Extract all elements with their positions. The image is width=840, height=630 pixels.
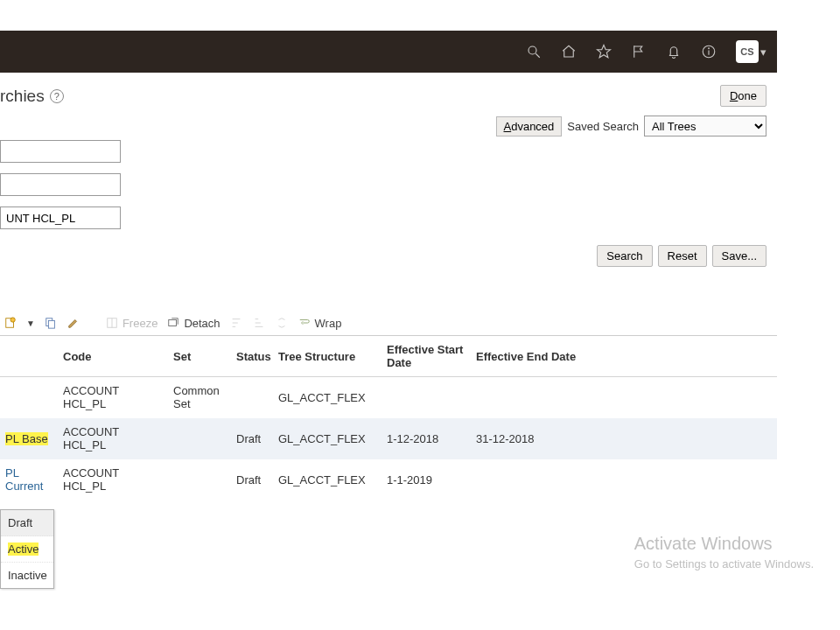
cell: ACCOUNT HCL_PL bbox=[58, 459, 168, 500]
saved-search-select[interactable]: All Trees bbox=[644, 116, 766, 136]
svg-rect-9 bbox=[48, 320, 54, 328]
results-panel: ▼ Freeze Detach Wrap Code Set Status Tre… bbox=[0, 311, 777, 500]
cell bbox=[471, 459, 777, 500]
duplicate-icon[interactable] bbox=[44, 316, 58, 330]
cell: Common Set bbox=[168, 377, 231, 418]
sort-asc-icon bbox=[229, 316, 243, 330]
filter-input-1[interactable] bbox=[0, 140, 121, 163]
new-menu-caret[interactable]: ▼ bbox=[26, 318, 35, 328]
cell: GL_ACCT_FLEX bbox=[273, 377, 382, 418]
cell bbox=[168, 418, 231, 459]
reorder-icon bbox=[275, 316, 289, 330]
cell: 1-1-2019 bbox=[382, 459, 471, 500]
search-action-row: Search Reset Save... bbox=[0, 240, 777, 270]
filter-fields bbox=[0, 140, 122, 229]
search-options-row: Advanced Saved Search All Trees bbox=[0, 112, 777, 140]
detach-action[interactable]: Detach bbox=[166, 316, 220, 330]
table-header-row: Code Set Status Tree Structure Effective… bbox=[0, 336, 777, 377]
cell: PL Current bbox=[0, 459, 58, 500]
cell bbox=[471, 377, 777, 418]
page-header: rchies ? Done bbox=[0, 73, 777, 112]
status-menu-item[interactable]: Draft bbox=[1, 510, 53, 536]
cell: ACCOUNT HCL_PL bbox=[58, 418, 168, 459]
status-menu-item[interactable]: Active bbox=[1, 536, 53, 563]
search-button[interactable]: Search bbox=[597, 245, 652, 267]
svg-point-7 bbox=[10, 318, 15, 322]
cell: GL_ACCT_FLEX bbox=[273, 459, 382, 500]
status-menu-item[interactable]: Inactive bbox=[1, 563, 53, 588]
help-icon[interactable]: ? bbox=[50, 89, 64, 103]
filter-input-3[interactable] bbox=[0, 206, 121, 229]
avatar: CS bbox=[736, 40, 759, 63]
info-icon[interactable] bbox=[701, 44, 717, 60]
col-start[interactable]: Effective Start Date bbox=[382, 336, 471, 377]
cell bbox=[382, 377, 471, 418]
col-structure[interactable]: Tree Structure bbox=[273, 336, 382, 377]
cell: Draft bbox=[231, 459, 273, 500]
search-icon[interactable] bbox=[526, 44, 542, 60]
cell: ACCOUNT HCL_PL bbox=[58, 377, 168, 418]
page-title: rchies bbox=[0, 87, 45, 106]
star-icon[interactable] bbox=[596, 44, 612, 60]
status-context-menu[interactable]: DraftActiveInactive bbox=[0, 509, 54, 589]
svg-rect-12 bbox=[169, 320, 177, 326]
app-topbar: CS ▾ bbox=[0, 31, 777, 73]
table-toolbar: ▼ Freeze Detach Wrap bbox=[0, 311, 777, 336]
advanced-button[interactable]: Advanced bbox=[496, 116, 563, 136]
svg-marker-2 bbox=[598, 46, 611, 58]
white-gap bbox=[0, 0, 840, 31]
cell: 1-12-2018 bbox=[382, 418, 471, 459]
saved-search-label: Saved Search bbox=[567, 120, 639, 133]
svg-line-1 bbox=[536, 53, 540, 58]
svg-point-0 bbox=[528, 46, 536, 54]
col-status[interactable]: Status bbox=[231, 336, 273, 377]
col-code[interactable]: Code bbox=[58, 336, 168, 377]
col-set[interactable]: Set bbox=[168, 336, 231, 377]
new-icon[interactable] bbox=[4, 316, 18, 330]
cell: PL Base bbox=[0, 418, 58, 459]
cell: GL_ACCT_FLEX bbox=[273, 418, 382, 459]
col-end[interactable]: Effective End Date bbox=[471, 336, 777, 377]
bell-icon[interactable] bbox=[666, 44, 682, 60]
sort-desc-icon bbox=[252, 316, 266, 330]
windows-watermark: Activate Windows Go to Settings to activ… bbox=[634, 534, 814, 570]
cell bbox=[0, 377, 58, 418]
reset-button[interactable]: Reset bbox=[658, 245, 707, 267]
col-tree[interactable] bbox=[0, 336, 58, 377]
svg-point-5 bbox=[709, 48, 710, 49]
freeze-action[interactable]: Freeze bbox=[105, 316, 158, 330]
table-row[interactable]: PL BaseACCOUNT HCL_PLDraftGL_ACCT_FLEX1-… bbox=[0, 418, 777, 459]
edit-icon[interactable] bbox=[66, 316, 80, 330]
user-menu[interactable]: CS ▾ bbox=[736, 40, 766, 63]
chevron-down-icon: ▾ bbox=[760, 46, 766, 59]
home-icon[interactable] bbox=[561, 44, 577, 60]
cell: 31-12-2018 bbox=[471, 418, 777, 459]
results-table: Code Set Status Tree Structure Effective… bbox=[0, 336, 777, 500]
cell bbox=[231, 377, 273, 418]
done-button[interactable]: Done bbox=[720, 85, 766, 107]
save-search-button[interactable]: Save... bbox=[712, 245, 766, 267]
wrap-action[interactable]: Wrap bbox=[298, 316, 342, 330]
cell: Draft bbox=[231, 418, 273, 459]
filter-input-2[interactable] bbox=[0, 173, 121, 196]
cell bbox=[168, 459, 231, 500]
flag-icon[interactable] bbox=[631, 44, 647, 60]
table-row[interactable]: PL CurrentACCOUNT HCL_PLDraftGL_ACCT_FLE… bbox=[0, 459, 777, 500]
table-row[interactable]: ACCOUNT HCL_PLCommon SetGL_ACCT_FLEX bbox=[0, 377, 777, 418]
